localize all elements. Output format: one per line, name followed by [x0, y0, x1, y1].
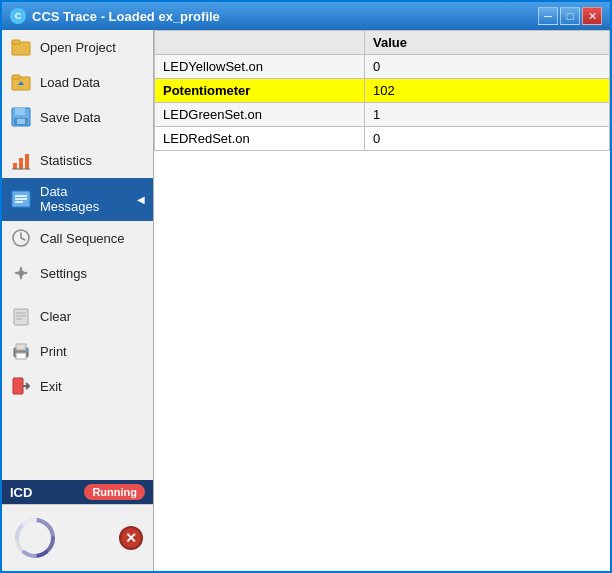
print-icon: [10, 340, 32, 362]
main-empty-area: [154, 151, 610, 571]
svg-rect-9: [13, 163, 17, 169]
sidebar-item-clear[interactable]: Clear: [2, 299, 153, 334]
data-messages-icon: [10, 188, 32, 210]
load-data-icon: [10, 71, 32, 93]
sidebar-item-call-sequence[interactable]: Call Sequence: [2, 221, 153, 256]
open-project-label: Open Project: [40, 40, 116, 55]
svg-rect-25: [16, 353, 26, 359]
svg-rect-26: [26, 350, 28, 352]
cell-name: Potentiometer: [155, 79, 365, 103]
save-data-icon: [10, 106, 32, 128]
table-row[interactable]: LEDGreenSet.on1: [155, 103, 610, 127]
statistics-icon: [10, 149, 32, 171]
svg-rect-19: [14, 309, 28, 325]
print-label: Print: [40, 344, 67, 359]
sidebar-divider-1: [2, 135, 153, 143]
main-content: Value LEDYellowSet.on0Potentiometer102LE…: [154, 30, 610, 571]
app-icon: C: [10, 8, 26, 24]
table-row[interactable]: LEDRedSet.on0: [155, 127, 610, 151]
loading-spinner: [10, 513, 60, 563]
main-window: C CCS Trace - Loaded ex_profile ─ □ ✕ Op…: [0, 0, 612, 573]
cell-value: 1: [365, 103, 610, 127]
clear-label: Clear: [40, 309, 71, 324]
svg-rect-1: [12, 40, 20, 44]
col-header-name: [155, 31, 365, 55]
running-badge: Running: [84, 484, 145, 500]
settings-icon: [10, 262, 32, 284]
svg-rect-3: [12, 75, 20, 79]
maximize-button[interactable]: □: [560, 7, 580, 25]
sidebar-item-data-messages[interactable]: Data Messages ◀: [2, 178, 153, 221]
col-header-value: Value: [365, 31, 610, 55]
close-button[interactable]: ✕: [582, 7, 602, 25]
title-bar: C CCS Trace - Loaded ex_profile ─ □ ✕: [2, 2, 610, 30]
clear-icon: [10, 305, 32, 327]
statistics-label: Statistics: [40, 153, 92, 168]
sidebar-spacer: [2, 404, 153, 480]
cell-name: LEDYellowSet.on: [155, 55, 365, 79]
cell-value: 102: [365, 79, 610, 103]
active-chevron: ◀: [137, 194, 145, 205]
exit-icon: [10, 375, 32, 397]
settings-label: Settings: [40, 266, 87, 281]
sidebar: Open Project Load Data: [2, 30, 154, 571]
sidebar-item-exit[interactable]: Exit: [2, 369, 153, 404]
window-body: Open Project Load Data: [2, 30, 610, 571]
call-sequence-icon: [10, 227, 32, 249]
sidebar-item-open-project[interactable]: Open Project: [2, 30, 153, 65]
table-row[interactable]: LEDYellowSet.on0: [155, 55, 610, 79]
title-buttons: ─ □ ✕: [538, 7, 602, 25]
svg-rect-10: [19, 158, 23, 169]
spinner-area: ✕: [2, 504, 153, 571]
exit-label: Exit: [40, 379, 62, 394]
stop-icon: ✕: [119, 526, 143, 550]
svg-rect-6: [15, 108, 25, 115]
load-data-label: Load Data: [40, 75, 100, 90]
svg-point-18: [18, 270, 24, 276]
table-row[interactable]: Potentiometer102: [155, 79, 610, 103]
cell-value: 0: [365, 127, 610, 151]
cell-name: LEDRedSet.on: [155, 127, 365, 151]
icd-bar: ICD Running: [2, 480, 153, 504]
stop-button[interactable]: ✕: [117, 524, 145, 552]
cell-value: 0: [365, 55, 610, 79]
title-bar-left: C CCS Trace - Loaded ex_profile: [10, 8, 220, 24]
svg-rect-8: [17, 119, 25, 124]
call-sequence-label: Call Sequence: [40, 231, 125, 246]
sidebar-item-save-data[interactable]: Save Data: [2, 100, 153, 135]
open-project-icon: [10, 36, 32, 58]
svg-rect-11: [25, 154, 29, 169]
save-data-label: Save Data: [40, 110, 101, 125]
sidebar-item-load-data[interactable]: Load Data: [2, 65, 153, 100]
sidebar-divider-2: [2, 291, 153, 299]
svg-rect-27: [13, 378, 23, 394]
icd-label: ICD: [10, 485, 32, 500]
sidebar-item-settings[interactable]: Settings: [2, 256, 153, 291]
sidebar-item-statistics[interactable]: Statistics: [2, 143, 153, 178]
svg-rect-24: [16, 344, 26, 350]
data-table: Value LEDYellowSet.on0Potentiometer102LE…: [154, 30, 610, 151]
window-title: CCS Trace - Loaded ex_profile: [32, 9, 220, 24]
data-messages-label: Data Messages: [40, 184, 129, 214]
minimize-button[interactable]: ─: [538, 7, 558, 25]
sidebar-item-print[interactable]: Print: [2, 334, 153, 369]
cell-name: LEDGreenSet.on: [155, 103, 365, 127]
